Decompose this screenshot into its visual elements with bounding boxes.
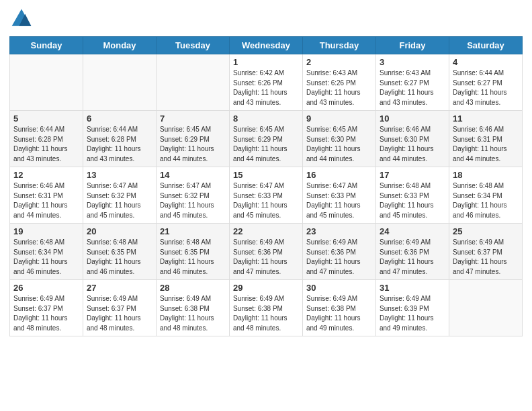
week-row-3: 12Sunrise: 6:46 AMSunset: 6:31 PMDayligh…: [10, 167, 523, 224]
calendar-cell: 30Sunrise: 6:49 AMSunset: 6:38 PMDayligh…: [303, 280, 376, 336]
calendar-cell: 4Sunrise: 6:44 AMSunset: 6:27 PMDaylight…: [449, 54, 523, 111]
calendar-cell: 21Sunrise: 6:48 AMSunset: 6:35 PMDayligh…: [157, 224, 230, 280]
day-info: Sunrise: 6:49 AMSunset: 6:38 PMDaylight:…: [233, 294, 299, 333]
day-number: 5: [13, 113, 79, 124]
day-info: Sunrise: 6:48 AMSunset: 6:34 PMDaylight:…: [13, 238, 79, 277]
day-info: Sunrise: 6:42 AMSunset: 6:26 PMDaylight:…: [233, 68, 299, 107]
day-number: 29: [233, 283, 299, 293]
calendar-cell: 20Sunrise: 6:48 AMSunset: 6:35 PMDayligh…: [83, 224, 157, 280]
calendar-cell: 10Sunrise: 6:46 AMSunset: 6:30 PMDayligh…: [376, 111, 449, 167]
day-header-row: SundayMondayTuesdayWednesdayThursdayFrid…: [10, 37, 523, 54]
day-info: Sunrise: 6:46 AMSunset: 6:31 PMDaylight:…: [453, 125, 519, 164]
day-number: 21: [160, 226, 226, 236]
day-info: Sunrise: 6:49 AMSunset: 6:36 PMDaylight:…: [380, 238, 445, 277]
calendar-cell: 13Sunrise: 6:47 AMSunset: 6:32 PMDayligh…: [83, 167, 157, 224]
day-number: 2: [306, 57, 372, 67]
day-number: 16: [306, 170, 372, 180]
day-info: Sunrise: 6:43 AMSunset: 6:26 PMDaylight:…: [306, 68, 372, 107]
day-number: 28: [160, 283, 226, 293]
calendar-cell: 12Sunrise: 6:46 AMSunset: 6:31 PMDayligh…: [10, 167, 83, 224]
day-info: Sunrise: 6:44 AMSunset: 6:27 PMDaylight:…: [453, 68, 519, 107]
calendar-cell: [10, 54, 83, 111]
week-row-4: 19Sunrise: 6:48 AMSunset: 6:34 PMDayligh…: [10, 224, 523, 280]
day-info: Sunrise: 6:49 AMSunset: 6:39 PMDaylight:…: [380, 294, 445, 333]
calendar: SundayMondayTuesdayWednesdayThursdayFrid…: [9, 36, 523, 336]
day-header-friday: Friday: [376, 37, 449, 54]
calendar-cell: 18Sunrise: 6:48 AMSunset: 6:34 PMDayligh…: [449, 167, 523, 224]
day-info: Sunrise: 6:49 AMSunset: 6:37 PMDaylight:…: [87, 294, 152, 333]
calendar-cell: 1Sunrise: 6:42 AMSunset: 6:26 PMDaylight…: [230, 54, 303, 111]
calendar-cell: 23Sunrise: 6:49 AMSunset: 6:36 PMDayligh…: [303, 224, 376, 280]
day-header-saturday: Saturday: [449, 37, 523, 54]
day-number: 15: [233, 170, 299, 180]
day-number: 6: [87, 113, 152, 124]
day-info: Sunrise: 6:48 AMSunset: 6:33 PMDaylight:…: [380, 181, 445, 220]
day-number: 24: [380, 226, 445, 236]
calendar-cell: 22Sunrise: 6:49 AMSunset: 6:36 PMDayligh…: [230, 224, 303, 280]
day-number: 10: [380, 113, 445, 124]
day-info: Sunrise: 6:44 AMSunset: 6:28 PMDaylight:…: [87, 125, 152, 164]
day-number: 4: [453, 57, 519, 67]
calendar-cell: 8Sunrise: 6:45 AMSunset: 6:29 PMDaylight…: [230, 111, 303, 167]
day-number: 31: [380, 283, 445, 293]
day-header-wednesday: Wednesday: [230, 37, 303, 54]
day-info: Sunrise: 6:47 AMSunset: 6:32 PMDaylight:…: [160, 181, 226, 220]
day-number: 23: [306, 226, 372, 236]
day-number: 14: [160, 170, 226, 180]
day-number: 12: [13, 170, 79, 180]
day-info: Sunrise: 6:48 AMSunset: 6:34 PMDaylight:…: [453, 181, 519, 220]
calendar-cell: 5Sunrise: 6:44 AMSunset: 6:28 PMDaylight…: [10, 111, 83, 167]
day-number: 9: [306, 113, 372, 124]
day-info: Sunrise: 6:48 AMSunset: 6:35 PMDaylight:…: [160, 238, 226, 277]
day-number: 13: [87, 170, 152, 180]
day-info: Sunrise: 6:45 AMSunset: 6:29 PMDaylight:…: [160, 125, 226, 164]
calendar-cell: 15Sunrise: 6:47 AMSunset: 6:33 PMDayligh…: [230, 167, 303, 224]
calendar-cell: 7Sunrise: 6:45 AMSunset: 6:29 PMDaylight…: [157, 111, 230, 167]
day-info: Sunrise: 6:49 AMSunset: 6:36 PMDaylight:…: [233, 238, 299, 277]
day-info: Sunrise: 6:48 AMSunset: 6:35 PMDaylight:…: [87, 238, 152, 277]
day-info: Sunrise: 6:47 AMSunset: 6:33 PMDaylight:…: [233, 181, 299, 220]
calendar-cell: [157, 54, 230, 111]
calendar-cell: 3Sunrise: 6:43 AMSunset: 6:27 PMDaylight…: [376, 54, 449, 111]
calendar-cell: [83, 54, 157, 111]
day-number: 20: [87, 226, 152, 236]
calendar-cell: 24Sunrise: 6:49 AMSunset: 6:36 PMDayligh…: [376, 224, 449, 280]
calendar-header: SundayMondayTuesdayWednesdayThursdayFrid…: [10, 37, 523, 54]
day-info: Sunrise: 6:46 AMSunset: 6:30 PMDaylight:…: [380, 125, 445, 164]
day-info: Sunrise: 6:45 AMSunset: 6:30 PMDaylight:…: [306, 125, 372, 164]
calendar-cell: [449, 280, 523, 336]
day-number: 27: [87, 283, 152, 293]
day-number: 25: [453, 226, 519, 236]
calendar-cell: 26Sunrise: 6:49 AMSunset: 6:37 PMDayligh…: [10, 280, 83, 336]
day-number: 1: [233, 57, 299, 67]
day-info: Sunrise: 6:45 AMSunset: 6:29 PMDaylight:…: [233, 125, 299, 164]
day-info: Sunrise: 6:49 AMSunset: 6:36 PMDaylight:…: [306, 238, 372, 277]
week-row-5: 26Sunrise: 6:49 AMSunset: 6:37 PMDayligh…: [10, 280, 523, 336]
week-row-2: 5Sunrise: 6:44 AMSunset: 6:28 PMDaylight…: [10, 111, 523, 167]
calendar-cell: 6Sunrise: 6:44 AMSunset: 6:28 PMDaylight…: [83, 111, 157, 167]
page: SundayMondayTuesdayWednesdayThursdayFrid…: [0, 0, 532, 411]
calendar-cell: 2Sunrise: 6:43 AMSunset: 6:26 PMDaylight…: [303, 54, 376, 111]
logo-icon: [9, 7, 34, 31]
day-number: 26: [13, 283, 79, 293]
calendar-cell: 16Sunrise: 6:47 AMSunset: 6:33 PMDayligh…: [303, 167, 376, 224]
day-info: Sunrise: 6:47 AMSunset: 6:33 PMDaylight:…: [306, 181, 372, 220]
calendar-cell: 11Sunrise: 6:46 AMSunset: 6:31 PMDayligh…: [449, 111, 523, 167]
day-number: 18: [453, 170, 519, 180]
calendar-cell: 27Sunrise: 6:49 AMSunset: 6:37 PMDayligh…: [83, 280, 157, 336]
day-number: 30: [306, 283, 372, 293]
calendar-cell: 19Sunrise: 6:48 AMSunset: 6:34 PMDayligh…: [10, 224, 83, 280]
day-header-monday: Monday: [83, 37, 157, 54]
calendar-cell: 25Sunrise: 6:49 AMSunset: 6:37 PMDayligh…: [449, 224, 523, 280]
day-number: 17: [380, 170, 445, 180]
day-header-tuesday: Tuesday: [157, 37, 230, 54]
logo: [9, 7, 36, 31]
day-number: 7: [160, 113, 226, 124]
day-info: Sunrise: 6:49 AMSunset: 6:37 PMDaylight:…: [13, 294, 79, 333]
calendar-cell: 17Sunrise: 6:48 AMSunset: 6:33 PMDayligh…: [376, 167, 449, 224]
week-row-1: 1Sunrise: 6:42 AMSunset: 6:26 PMDaylight…: [10, 54, 523, 111]
day-info: Sunrise: 6:47 AMSunset: 6:32 PMDaylight:…: [87, 181, 152, 220]
calendar-cell: 9Sunrise: 6:45 AMSunset: 6:30 PMDaylight…: [303, 111, 376, 167]
day-number: 8: [233, 113, 299, 124]
header: [9, 7, 523, 31]
